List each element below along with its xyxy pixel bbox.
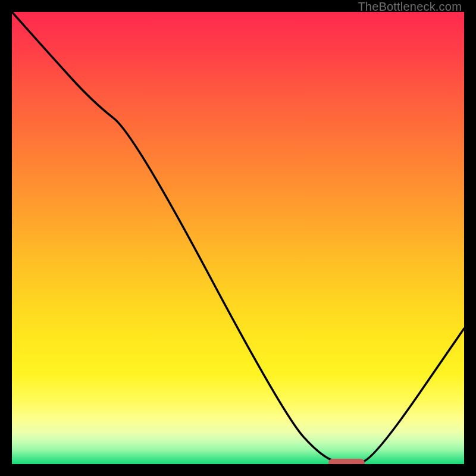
bottleneck-curve [12, 12, 464, 464]
frame-border-bottom [0, 464, 476, 476]
frame-border-right [464, 0, 476, 476]
curve-path [12, 12, 464, 463]
plot-area [12, 12, 464, 464]
chart-frame: TheBottleneck.com [0, 0, 476, 476]
frame-border-left [0, 0, 12, 476]
watermark-text: TheBottleneck.com [358, 0, 462, 14]
